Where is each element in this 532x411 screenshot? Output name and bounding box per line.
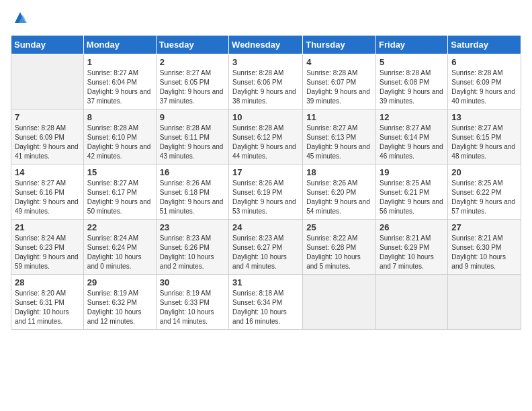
day-info: Sunrise: 8:22 AM Sunset: 6:28 PM Dayligh… [306,234,372,271]
calendar-cell: 29Sunrise: 8:19 AM Sunset: 6:32 PM Dayli… [83,275,156,330]
calendar-cell: 28Sunrise: 8:20 AM Sunset: 6:31 PM Dayli… [11,275,84,330]
calendar-cell: 13Sunrise: 8:27 AM Sunset: 6:15 PM Dayli… [448,109,521,165]
calendar-cell: 2Sunrise: 8:27 AM Sunset: 6:05 PM Daylig… [156,54,228,109]
day-info: Sunrise: 8:28 AM Sunset: 6:09 PM Dayligh… [451,68,517,106]
day-number: 15 [87,167,152,177]
day-info: Sunrise: 8:27 AM Sunset: 6:04 PM Dayligh… [87,68,152,106]
day-info: Sunrise: 8:23 AM Sunset: 6:27 PM Dayligh… [232,234,299,271]
header-tuesday: Tuesday [156,36,228,54]
day-info: Sunrise: 8:19 AM Sunset: 6:32 PM Dayligh… [87,289,152,326]
day-info: Sunrise: 8:27 AM Sunset: 6:15 PM Dayligh… [451,124,517,161]
calendar-cell [376,275,448,330]
header-thursday: Thursday [303,36,376,54]
day-number: 10 [232,112,299,122]
calendar-cell: 27Sunrise: 8:21 AM Sunset: 6:30 PM Dayli… [448,220,521,275]
day-number: 13 [451,112,517,122]
calendar-cell [11,54,84,109]
day-number: 19 [380,167,444,177]
header-saturday: Saturday [448,36,521,54]
calendar-cell: 18Sunrise: 8:26 AM Sunset: 6:20 PM Dayli… [303,165,376,220]
day-info: Sunrise: 8:28 AM Sunset: 6:11 PM Dayligh… [160,124,225,161]
week-row-5: 28Sunrise: 8:20 AM Sunset: 6:31 PM Dayli… [11,275,521,330]
day-info: Sunrise: 8:19 AM Sunset: 6:33 PM Dayligh… [160,289,225,326]
calendar-header-row: SundayMondayTuesdayWednesdayThursdayFrid… [11,36,521,54]
day-number: 29 [87,277,152,287]
calendar-cell: 21Sunrise: 8:24 AM Sunset: 6:23 PM Dayli… [11,220,84,275]
logo-icon [12,11,28,27]
calendar-cell: 20Sunrise: 8:25 AM Sunset: 6:22 PM Dayli… [448,165,521,220]
day-number: 30 [160,277,225,287]
day-number: 20 [451,167,517,177]
calendar-table: SundayMondayTuesdayWednesdayThursdayFrid… [11,35,521,330]
day-number: 24 [232,222,299,232]
calendar-cell: 10Sunrise: 8:28 AM Sunset: 6:12 PM Dayli… [229,109,303,165]
calendar-cell: 1Sunrise: 8:27 AM Sunset: 6:04 PM Daylig… [83,54,156,109]
logo [11,11,30,27]
day-number: 14 [15,167,80,177]
day-info: Sunrise: 8:20 AM Sunset: 6:31 PM Dayligh… [15,289,80,326]
day-info: Sunrise: 8:27 AM Sunset: 6:05 PM Dayligh… [160,68,225,106]
day-number: 23 [160,222,225,232]
day-info: Sunrise: 8:24 AM Sunset: 6:23 PM Dayligh… [15,234,80,271]
calendar-cell [448,275,521,330]
calendar-cell: 5Sunrise: 8:28 AM Sunset: 6:08 PM Daylig… [376,54,448,109]
header-sunday: Sunday [11,36,84,54]
calendar-cell: 8Sunrise: 8:28 AM Sunset: 6:10 PM Daylig… [83,109,156,165]
header-monday: Monday [83,36,156,54]
calendar-cell: 23Sunrise: 8:23 AM Sunset: 6:26 PM Dayli… [156,220,228,275]
calendar-cell: 25Sunrise: 8:22 AM Sunset: 6:28 PM Dayli… [303,220,376,275]
day-info: Sunrise: 8:28 AM Sunset: 6:12 PM Dayligh… [232,124,299,161]
day-info: Sunrise: 8:28 AM Sunset: 6:10 PM Dayligh… [87,124,152,161]
week-row-2: 7Sunrise: 8:28 AM Sunset: 6:09 PM Daylig… [11,109,521,165]
day-number: 1 [87,57,152,67]
day-info: Sunrise: 8:26 AM Sunset: 6:19 PM Dayligh… [232,179,299,216]
header-friday: Friday [376,36,448,54]
calendar-cell: 26Sunrise: 8:21 AM Sunset: 6:29 PM Dayli… [376,220,448,275]
day-info: Sunrise: 8:27 AM Sunset: 6:16 PM Dayligh… [15,179,80,216]
calendar-cell: 9Sunrise: 8:28 AM Sunset: 6:11 PM Daylig… [156,109,228,165]
day-number: 9 [160,112,225,122]
day-info: Sunrise: 8:27 AM Sunset: 6:14 PM Dayligh… [380,124,444,161]
calendar-cell: 3Sunrise: 8:28 AM Sunset: 6:06 PM Daylig… [229,54,303,109]
week-row-4: 21Sunrise: 8:24 AM Sunset: 6:23 PM Dayli… [11,220,521,275]
day-info: Sunrise: 8:21 AM Sunset: 6:30 PM Dayligh… [451,234,517,271]
day-info: Sunrise: 8:28 AM Sunset: 6:09 PM Dayligh… [15,124,80,161]
day-number: 4 [306,57,372,67]
day-number: 21 [15,222,80,232]
calendar-cell: 24Sunrise: 8:23 AM Sunset: 6:27 PM Dayli… [229,220,303,275]
day-number: 11 [306,112,372,122]
day-info: Sunrise: 8:23 AM Sunset: 6:26 PM Dayligh… [160,234,225,271]
day-number: 18 [306,167,372,177]
day-number: 8 [87,112,152,122]
calendar-cell: 14Sunrise: 8:27 AM Sunset: 6:16 PM Dayli… [11,165,84,220]
calendar-cell: 19Sunrise: 8:25 AM Sunset: 6:21 PM Dayli… [376,165,448,220]
week-row-1: 1Sunrise: 8:27 AM Sunset: 6:04 PM Daylig… [11,54,521,109]
day-number: 17 [232,167,299,177]
header-wednesday: Wednesday [229,36,303,54]
day-info: Sunrise: 8:27 AM Sunset: 6:17 PM Dayligh… [87,179,152,216]
day-number: 3 [232,57,299,67]
calendar-cell: 31Sunrise: 8:18 AM Sunset: 6:34 PM Dayli… [229,275,303,330]
day-number: 12 [380,112,444,122]
calendar-cell: 7Sunrise: 8:28 AM Sunset: 6:09 PM Daylig… [11,109,84,165]
day-number: 26 [380,222,444,232]
day-info: Sunrise: 8:21 AM Sunset: 6:29 PM Dayligh… [380,234,444,271]
day-number: 31 [232,277,299,287]
day-number: 6 [451,57,517,67]
day-info: Sunrise: 8:28 AM Sunset: 6:08 PM Dayligh… [380,68,444,106]
day-info: Sunrise: 8:24 AM Sunset: 6:24 PM Dayligh… [87,234,152,271]
day-number: 22 [87,222,152,232]
day-info: Sunrise: 8:26 AM Sunset: 6:18 PM Dayligh… [160,179,225,216]
calendar-cell: 11Sunrise: 8:27 AM Sunset: 6:13 PM Dayli… [303,109,376,165]
day-number: 5 [380,57,444,67]
day-info: Sunrise: 8:28 AM Sunset: 6:06 PM Dayligh… [232,68,299,106]
calendar-cell: 4Sunrise: 8:28 AM Sunset: 6:07 PM Daylig… [303,54,376,109]
day-number: 25 [306,222,372,232]
calendar-cell: 12Sunrise: 8:27 AM Sunset: 6:14 PM Dayli… [376,109,448,165]
week-row-3: 14Sunrise: 8:27 AM Sunset: 6:16 PM Dayli… [11,165,521,220]
day-number: 16 [160,167,225,177]
day-info: Sunrise: 8:27 AM Sunset: 6:13 PM Dayligh… [306,124,372,161]
day-info: Sunrise: 8:18 AM Sunset: 6:34 PM Dayligh… [232,289,299,326]
calendar-cell: 22Sunrise: 8:24 AM Sunset: 6:24 PM Dayli… [83,220,156,275]
day-info: Sunrise: 8:25 AM Sunset: 6:21 PM Dayligh… [380,179,444,216]
